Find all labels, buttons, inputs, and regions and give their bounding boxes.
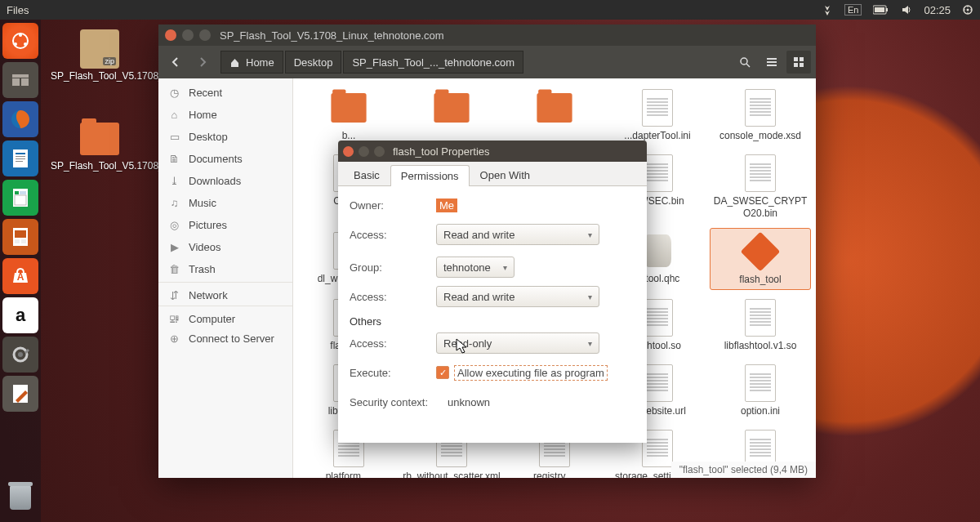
- desktop-zip-icon[interactable]: SP_Flash_Tool_V5.1708_Linux_tehnotone.co…: [51, 29, 149, 82]
- group-label: Group:: [350, 261, 436, 274]
- sidebar-item-network[interactable]: ⇵Network: [158, 282, 292, 304]
- sidebar-item-home[interactable]: ⌂Home: [158, 104, 292, 126]
- writer-icon[interactable]: [2, 141, 38, 176]
- svg-rect-23: [15, 230, 26, 238]
- maximize-icon[interactable]: [199, 29, 211, 41]
- svg-rect-36: [794, 63, 798, 67]
- others-heading: Others: [350, 315, 635, 328]
- tab-basic[interactable]: Basic: [343, 164, 390, 185]
- close-icon[interactable]: [343, 146, 354, 157]
- svg-rect-33: [767, 65, 777, 66]
- grid-view-button[interactable]: [786, 51, 811, 74]
- session-indicator[interactable]: [962, 4, 973, 16]
- sidebar-item-documents[interactable]: 🗎Documents: [158, 148, 292, 170]
- properties-dialog: flash_tool Properties Basic Permissions …: [338, 141, 647, 443]
- breadcrumb-current[interactable]: SP_Flash_Tool_..._tehnotone.com: [343, 51, 523, 74]
- trash-icon[interactable]: [2, 480, 38, 515]
- svg-rect-25: [21, 239, 26, 243]
- sidebar-item-music[interactable]: ♫Music: [158, 192, 292, 214]
- file-item[interactable]: libflashtool.v1.so: [710, 295, 811, 355]
- maximize-icon[interactable]: [374, 146, 385, 157]
- svg-rect-10: [12, 78, 20, 86]
- breadcrumb-desktop[interactable]: Desktop: [285, 51, 342, 74]
- list-view-button[interactable]: [760, 51, 784, 74]
- group-combo[interactable]: tehnotone▾: [436, 257, 514, 278]
- tab-permissions[interactable]: Permissions: [390, 165, 470, 186]
- svg-rect-34: [794, 57, 798, 61]
- properties-body: Owner: Me Access: Read and write▾ Group:…: [338, 186, 647, 443]
- svg-rect-31: [767, 58, 777, 60]
- sidebar-item-downloads[interactable]: ⤓Downloads: [158, 170, 292, 192]
- file-item[interactable]: DA_SWSEC_CRYPTO20.bin: [710, 150, 811, 223]
- clock-indicator[interactable]: 02:25: [924, 4, 951, 16]
- svg-rect-24: [15, 239, 20, 243]
- software-center-icon[interactable]: A: [2, 258, 38, 294]
- amazon-icon[interactable]: a: [2, 297, 38, 333]
- file-item[interactable]: [504, 85, 605, 145]
- dash-icon[interactable]: [2, 23, 38, 59]
- seccontext-label: Security context:: [350, 396, 448, 408]
- svg-rect-11: [21, 78, 29, 86]
- impress-icon[interactable]: [2, 219, 38, 255]
- sidebar-item-pictures[interactable]: ◎Pictures: [158, 214, 292, 236]
- sidebar-item-recent[interactable]: ◷Recent: [158, 82, 292, 104]
- svg-point-4: [967, 9, 969, 11]
- settings-icon[interactable]: [2, 337, 38, 373]
- execute-checkbox[interactable]: ✓: [436, 366, 449, 379]
- chevron-down-icon: ▾: [503, 263, 507, 272]
- sound-indicator[interactable]: [901, 4, 912, 16]
- language-indicator[interactable]: En: [844, 4, 862, 16]
- svg-point-7: [14, 42, 17, 46]
- chevron-down-icon: ▾: [588, 292, 592, 301]
- files-titlebar[interactable]: SP_Flash_Tool_V5.1708_Linux_tehnotone.co…: [158, 25, 816, 46]
- network-indicator[interactable]: [822, 4, 833, 16]
- texteditor-icon[interactable]: [2, 376, 38, 412]
- sidebar-item-connect[interactable]: ⊕Connect to Server: [158, 328, 292, 350]
- file-item[interactable]: console_mode.xsd: [710, 85, 811, 145]
- desktop-folder-icon[interactable]: SP_Flash_Tool_V5.1708_Linux_tehnotone.co…: [51, 119, 149, 172]
- breadcrumb-home[interactable]: Home: [220, 51, 283, 74]
- forward-button[interactable]: [190, 51, 215, 74]
- close-icon[interactable]: [165, 29, 176, 41]
- file-item[interactable]: ...dapterTool.ini: [607, 85, 708, 145]
- file-item-selected[interactable]: flash_tool: [710, 228, 811, 290]
- properties-title: flash_tool Properties: [393, 145, 490, 158]
- execute-checkbox-label[interactable]: Allow executing file as program: [454, 365, 608, 381]
- breadcrumb: Home Desktop SP_Flash_Tool_..._tehnotone…: [220, 51, 523, 74]
- back-button[interactable]: [163, 51, 188, 74]
- active-app-name[interactable]: Files: [7, 4, 29, 16]
- calc-icon[interactable]: [2, 180, 38, 216]
- top-menubar: Files En 02:25: [0, 0, 980, 20]
- svg-rect-20: [20, 191, 26, 194]
- desktop-zip-label: SP_Flash_Tool_V5.1708_Linux_tehnotone.co…: [51, 70, 149, 82]
- search-button[interactable]: [733, 51, 757, 74]
- file-item[interactable]: option.ini: [710, 360, 811, 421]
- svg-rect-17: [16, 161, 23, 162]
- svg-point-6: [19, 33, 22, 37]
- others-access-label: Access:: [350, 337, 436, 350]
- owner-access-combo[interactable]: Read and write▾: [436, 224, 599, 245]
- others-access-combo[interactable]: Read-only▾: [436, 332, 599, 354]
- minimize-icon[interactable]: [182, 29, 194, 41]
- sidebar-item-trash[interactable]: 🗑Trash: [158, 258, 292, 280]
- seccontext-value: unknown: [448, 396, 490, 408]
- battery-indicator[interactable]: [873, 5, 889, 15]
- files-icon[interactable]: [2, 62, 38, 98]
- tab-openwith[interactable]: Open With: [470, 164, 541, 185]
- files-window-title: SP_Flash_Tool_V5.1708_Linux_tehnotone.co…: [220, 29, 444, 42]
- chevron-down-icon: ▾: [588, 339, 592, 348]
- group-access-combo[interactable]: Read and write▾: [436, 286, 599, 307]
- svg-rect-35: [800, 57, 804, 61]
- sidebar-item-computer[interactable]: 🖳Computer: [158, 306, 292, 328]
- file-item[interactable]: [401, 85, 502, 145]
- svg-text:A: A: [17, 271, 24, 283]
- firefox-icon[interactable]: [2, 101, 38, 137]
- sidebar-item-videos[interactable]: ▶Videos: [158, 236, 292, 258]
- svg-rect-32: [767, 61, 777, 63]
- file-item[interactable]: b...: [298, 85, 399, 145]
- properties-titlebar[interactable]: flash_tool Properties: [338, 141, 647, 162]
- svg-rect-19: [15, 191, 19, 194]
- sidebar-item-desktop[interactable]: ▭Desktop: [158, 126, 292, 148]
- files-toolbar: Home Desktop SP_Flash_Tool_..._tehnotone…: [158, 46, 816, 78]
- minimize-icon[interactable]: [359, 146, 369, 157]
